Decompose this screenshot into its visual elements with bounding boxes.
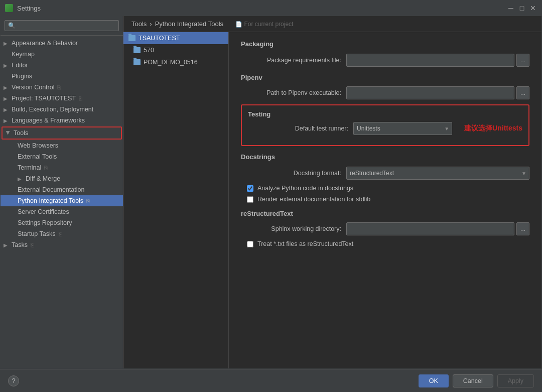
- packaging-title: Packaging: [241, 40, 529, 48]
- apply-button[interactable]: Apply: [497, 374, 534, 387]
- cancel-button[interactable]: Cancel: [453, 374, 493, 387]
- breadcrumb-current: Python Integrated Tools: [155, 20, 223, 28]
- sidebar-item-keymap[interactable]: Keymap: [1, 49, 123, 60]
- pipenv-path-input[interactable]: [346, 86, 514, 99]
- expand-icon: ▶: [4, 242, 9, 248]
- docstring-select-wrapper: reStructuredText Epytext Google NumPy pl…: [346, 167, 529, 180]
- sidebar-item-diff-merge[interactable]: ▶ Diff & Merge: [1, 173, 123, 184]
- treat-txt-row: Treat *.txt files as reStructuredText: [241, 240, 529, 247]
- sidebar-item-settings-repository[interactable]: Settings Repository: [1, 217, 123, 228]
- close-button[interactable]: ✕: [529, 4, 537, 12]
- sidebar-item-label: Build, Execution, Deployment: [12, 106, 93, 113]
- sidebar-item-tools[interactable]: ▶ Tools: [3, 127, 121, 139]
- docstring-format-select[interactable]: reStructuredText Epytext Google NumPy pl…: [346, 167, 529, 180]
- sidebar-item-label: Editor: [12, 62, 28, 69]
- breadcrumb-separator: ›: [150, 20, 152, 28]
- sidebar-item-external-doc[interactable]: External Documentation: [1, 184, 123, 195]
- sidebar-item-label: Web Browsers: [18, 142, 58, 149]
- sidebar-item-label: Tasks: [12, 241, 28, 248]
- tree-item-tsautotest[interactable]: TSAUTOTEST: [123, 32, 228, 44]
- expand-icon: ▶: [4, 96, 9, 101]
- render-label[interactable]: Render external documentation for stdlib: [257, 196, 370, 203]
- sphinx-input[interactable]: [346, 222, 514, 235]
- sphinx-browse-button[interactable]: …: [516, 222, 529, 235]
- sidebar-item-tasks[interactable]: ▶ Tasks ⎘: [1, 239, 123, 250]
- pipenv-path-wrapper: …: [346, 86, 529, 99]
- sidebar-item-python-integrated-tools[interactable]: Python Integrated Tools ⎘: [1, 195, 123, 206]
- sidebar-item-terminal[interactable]: Terminal ⎘: [1, 162, 123, 173]
- sidebar-item-server-certificates[interactable]: Server Certificates: [1, 206, 123, 217]
- sidebar-item-external-tools[interactable]: External Tools: [1, 151, 123, 162]
- runner-select-wrapper: Unittests pytest Nosetests Twisted Trial…: [353, 122, 452, 135]
- titlebar-left: Settings: [5, 4, 41, 12]
- package-req-browse-button[interactable]: …: [516, 54, 529, 67]
- analyze-checkbox[interactable]: [247, 185, 253, 192]
- expand-icon: ▶: [4, 107, 9, 112]
- sidebar-item-label: Settings Repository: [18, 219, 72, 226]
- pipenv-browse-button[interactable]: …: [516, 86, 529, 99]
- main-content: ▶ Appearance & Behavior Keymap ▶ Editor …: [1, 16, 541, 368]
- sidebar-item-label: Project: TSAUTOTEST: [12, 95, 76, 102]
- action-buttons: OK Cancel Apply: [419, 374, 534, 387]
- runner-wrapper: Unittests pytest Nosetests Twisted Trial…: [353, 122, 522, 135]
- treat-txt-checkbox[interactable]: [247, 241, 253, 247]
- tree-item-label: POM_DEMO_0516: [144, 59, 198, 66]
- breadcrumb-parent: Tools: [131, 20, 147, 28]
- sidebar-item-label: External Documentation: [18, 186, 84, 193]
- sidebar-item-startup-tasks[interactable]: Startup Tasks ⎘: [1, 228, 123, 239]
- expand-icon: ▶: [6, 130, 11, 136]
- testing-title: Testing: [248, 110, 522, 118]
- expand-icon: ▶: [18, 176, 23, 182]
- sidebar-item-build[interactable]: ▶ Build, Execution, Deployment: [1, 104, 123, 115]
- for-project-label[interactable]: 📄 For current project: [235, 21, 293, 28]
- search-input[interactable]: [5, 20, 119, 31]
- folder-icon: [133, 47, 141, 53]
- tree-item-label: TSAUTOTEST: [139, 35, 180, 42]
- titlebar: Settings ─ □ ✕: [0, 0, 542, 16]
- annotation-text: 建议选择Unittests: [464, 124, 522, 133]
- copy-icon: ⎘: [44, 165, 48, 171]
- render-checkbox-row: Render external documentation for stdlib: [241, 196, 529, 203]
- analyze-checkbox-row: Analyze Python code in docstrings: [241, 185, 529, 192]
- sidebar-item-web-browsers[interactable]: Web Browsers: [1, 140, 123, 151]
- docstrings-title: Docstrings: [241, 153, 529, 161]
- sidebar: ▶ Appearance & Behavior Keymap ▶ Editor …: [1, 16, 123, 368]
- sidebar-item-languages[interactable]: ▶ Languages & Frameworks: [1, 115, 123, 126]
- sidebar-item-label: Python Integrated Tools: [18, 197, 83, 204]
- tree-item-pom-demo[interactable]: POM_DEMO_0516: [123, 56, 228, 68]
- tree-item-570[interactable]: 570: [123, 44, 228, 56]
- default-runner-select[interactable]: Unittests pytest Nosetests Twisted Trial: [353, 122, 452, 135]
- sphinx-row: Sphinx working directory: …: [241, 222, 529, 235]
- sphinx-label: Sphinx working directory:: [241, 225, 341, 232]
- sidebar-item-plugins[interactable]: Plugins: [1, 71, 123, 82]
- maximize-button[interactable]: □: [518, 4, 526, 12]
- package-req-input[interactable]: [346, 54, 514, 67]
- sidebar-item-label: Tools: [14, 129, 28, 137]
- analyze-label[interactable]: Analyze Python code in docstrings: [257, 185, 353, 192]
- nav-items: ▶ Appearance & Behavior Keymap ▶ Editor …: [1, 36, 123, 368]
- render-checkbox[interactable]: [247, 196, 253, 203]
- sidebar-item-label: Version Control: [12, 84, 54, 91]
- ok-button[interactable]: OK: [419, 374, 449, 387]
- expand-icon: ▶: [4, 63, 9, 68]
- sidebar-item-label: Plugins: [12, 73, 32, 80]
- sidebar-item-project[interactable]: ▶ Project: TSAUTOTEST ⎘: [1, 93, 123, 104]
- project-tree: TSAUTOTEST 570 POM_DEMO_0516: [123, 32, 229, 368]
- sidebar-item-label: Diff & Merge: [26, 175, 60, 182]
- copy-icon: ⎘: [79, 95, 82, 101]
- docstring-format-wrapper: reStructuredText Epytext Google NumPy pl…: [346, 167, 529, 180]
- help-button[interactable]: ?: [8, 375, 19, 386]
- sidebar-item-appearance[interactable]: ▶ Appearance & Behavior: [1, 38, 123, 49]
- treat-txt-label[interactable]: Treat *.txt files as reStructuredText: [257, 240, 353, 247]
- packaging-row: Package requirements file: …: [241, 54, 529, 67]
- pipenv-title: Pipenv: [241, 74, 529, 81]
- package-req-wrapper: …: [346, 54, 529, 67]
- sidebar-item-version-control[interactable]: ▶ Version Control ⎘: [1, 82, 123, 93]
- copy-icon: ⎘: [31, 242, 34, 248]
- expand-icon: ▶: [4, 118, 9, 123]
- minimize-button[interactable]: ─: [507, 4, 515, 12]
- sidebar-item-label: Appearance & Behavior: [12, 40, 78, 47]
- sidebar-item-editor[interactable]: ▶ Editor: [1, 60, 123, 71]
- sidebar-item-label: External Tools: [18, 153, 57, 160]
- testing-section: Testing Default test runner: Unittests p…: [241, 104, 529, 146]
